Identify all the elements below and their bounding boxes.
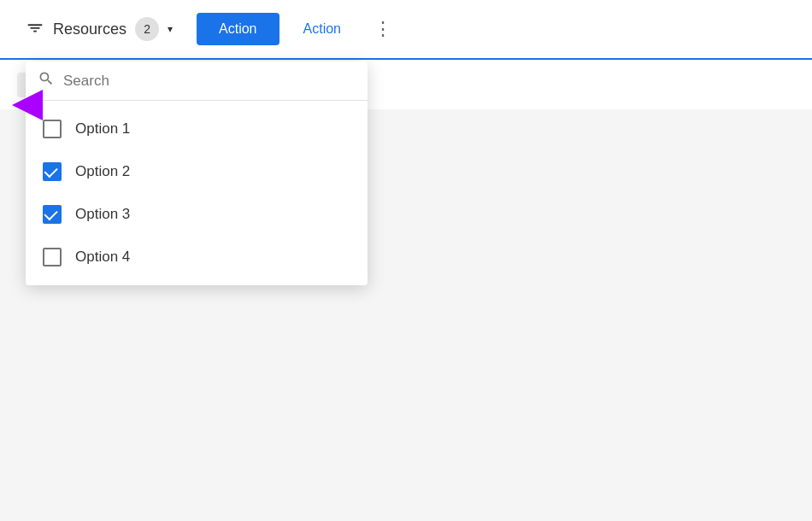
options-list: Option 1Option 2Option 3Option 4 xyxy=(26,101,368,285)
checkbox[interactable] xyxy=(43,162,62,181)
list-item[interactable]: Option 2 xyxy=(26,150,368,193)
option-label: Option 3 xyxy=(75,206,130,223)
action-secondary-button[interactable]: Action xyxy=(290,13,355,45)
checkbox[interactable] xyxy=(43,248,62,266)
list-item[interactable]: Option 3 xyxy=(26,193,368,236)
option-label: Option 2 xyxy=(75,163,130,180)
search-icon xyxy=(38,70,55,91)
filter-icon xyxy=(26,18,44,41)
list-item[interactable]: Option 1 xyxy=(26,108,368,150)
action-primary-button[interactable]: Action xyxy=(197,13,279,45)
filter-label: Resources xyxy=(53,20,127,38)
chevron-down-icon: ▾ xyxy=(168,23,173,35)
checkbox[interactable] xyxy=(43,205,62,224)
option-label: Option 4 xyxy=(75,249,130,266)
filter-badge: 2 xyxy=(135,17,159,41)
list-item[interactable]: Option 4 xyxy=(26,236,368,278)
checkbox[interactable] xyxy=(43,120,62,138)
more-options-button[interactable]: ⋮ xyxy=(365,13,402,45)
option-label: Option 1 xyxy=(75,120,130,138)
search-box xyxy=(26,61,368,101)
dropdown-panel: Option 1Option 2Option 3Option 4 xyxy=(26,61,368,285)
filter-dropdown-button[interactable]: Resources 2 ▾ xyxy=(17,12,181,46)
toolbar: Resources 2 ▾ Action Action ⋮ xyxy=(0,0,812,60)
search-input[interactable] xyxy=(63,73,356,90)
